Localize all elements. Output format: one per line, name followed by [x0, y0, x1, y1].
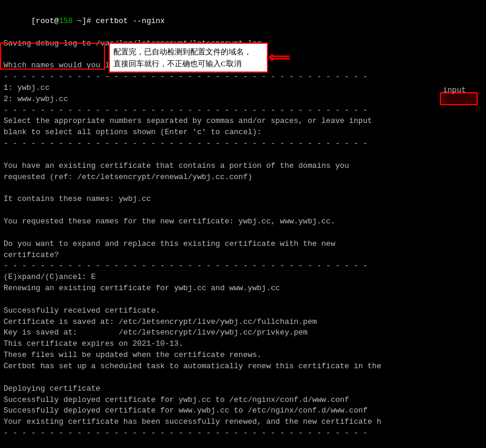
- line-existing-1: You have an existing certificate that co…: [4, 161, 482, 172]
- terminal: [root@158 ~]# certbot --nginx Saving deb…: [0, 0, 486, 448]
- line-existing-2: requested (ref: /etc/letsencrypt/renewal…: [4, 172, 482, 183]
- line-expires: This certificate expires on 2021-10-13.: [4, 339, 482, 350]
- line-renewed: Your existing certificate has been succe…: [4, 417, 482, 428]
- annotation-arrow: ⟸: [268, 48, 290, 67]
- line-renewing: Renewing an existing certificate for ywb…: [4, 283, 482, 294]
- line-expand-1: Do you want to expand and replace this e…: [4, 239, 482, 250]
- line-select-2: blank to select all options shown (Enter…: [4, 127, 482, 138]
- line-requested: You requested these names for the new ce…: [4, 216, 482, 228]
- line-blank-3: [4, 183, 482, 194]
- line-contains: It contains these names: ywbj.cc: [4, 194, 482, 205]
- domain-list-highlight: [0, 43, 105, 70]
- line-certbot-task: Certbot has set up a scheduled task to a…: [4, 361, 482, 372]
- line-updated: These files will be updated when the cer…: [4, 350, 482, 361]
- annotation-line1: 配置完，已自动检测到配置文件的域名，: [113, 47, 252, 56]
- line-domain-1: 1: ywbj.cc: [4, 83, 482, 94]
- line-blank-7: [4, 372, 482, 384]
- line-blank-4: [4, 205, 482, 216]
- annotation-box: 配置完，已自动检测到配置文件的域名， 直接回车就行，不正确也可输入C取消: [109, 43, 268, 73]
- annotation-line2: 直接回车就行，不正确也可输入C取消: [113, 59, 242, 68]
- line-sep-1: - - - - - - - - - - - - - - - - - - - - …: [4, 72, 482, 83]
- line-deployed-1: Successfully deployed certificate for yw…: [4, 395, 482, 406]
- line-blank-8: [4, 439, 482, 448]
- line-prompt: [root@158 ~]# certbot --nginx: [4, 5, 482, 38]
- line-select-1: Select the appropriate numbers separated…: [4, 116, 482, 127]
- line-blank-6: [4, 294, 482, 306]
- line-deploying: Deploying certificate: [4, 384, 482, 395]
- line-deployed-2: Successfully deployed certificate for ww…: [4, 405, 482, 417]
- line-cert-saved: Certificate is saved at: /etc/letsencryp…: [4, 317, 482, 328]
- line-sep-5: - - - - - - - - - - - - - - - - - - - - …: [4, 428, 482, 439]
- line-key-saved: Key is saved at: /etc/letsencrypt/live/y…: [4, 327, 482, 339]
- line-sep-4: - - - - - - - - - - - - - - - - - - - - …: [4, 261, 482, 272]
- line-success-received: Successfully received certificate.: [4, 306, 482, 317]
- line-blank-5: [4, 228, 482, 239]
- line-domain-2: 2: www.ywbj.cc: [4, 94, 482, 105]
- line-expand-cancel: (E)xpand/(C)ancel: E: [4, 272, 482, 283]
- line-blank-2: [4, 150, 482, 161]
- line-expand-2: certificate?: [4, 250, 482, 261]
- line-sep-3: - - - - - - - - - - - - - - - - - - - - …: [4, 138, 482, 150]
- input-label: input: [443, 86, 466, 95]
- line-sep-2: - - - - - - - - - - - - - - - - - - - - …: [4, 105, 482, 116]
